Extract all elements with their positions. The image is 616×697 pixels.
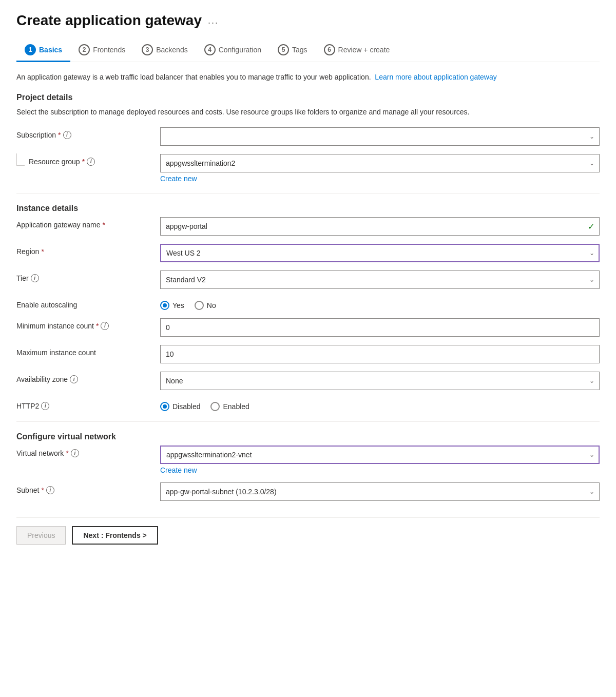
next-button[interactable]: Next : Frontends > — [72, 526, 158, 545]
region-label-col: Region * — [16, 244, 160, 256]
autoscaling-no-radio[interactable] — [195, 301, 204, 310]
availability-zone-select[interactable]: None — [160, 372, 600, 390]
subnet-info-icon[interactable]: i — [46, 486, 54, 494]
resource-group-info-icon[interactable]: i — [87, 158, 95, 166]
tab-basics[interactable]: 1 Basics — [16, 39, 70, 62]
region-label: Region — [16, 247, 39, 256]
http2-disabled-label: Disabled — [172, 402, 200, 411]
tab-number-5: 5 — [278, 44, 289, 55]
tab-label-tags: Tags — [292, 46, 307, 54]
virtual-network-row: Virtual network * i appgwssltermination2… — [16, 446, 600, 474]
tab-label-backends: Backends — [156, 46, 187, 54]
resource-group-row: Resource group * i appgwssltermination2 … — [16, 154, 600, 183]
gateway-name-input[interactable] — [160, 217, 600, 236]
min-instance-control — [160, 318, 600, 337]
tab-number-1: 1 — [25, 44, 36, 55]
tab-label-configuration: Configuration — [219, 46, 261, 54]
tab-configuration[interactable]: 4 Configuration — [196, 39, 270, 62]
tab-frontends[interactable]: 2 Frontends — [70, 39, 133, 62]
ellipsis-menu-button[interactable]: ... — [208, 15, 219, 26]
autoscaling-yes-option[interactable]: Yes — [160, 301, 184, 310]
instance-details-header: Instance details — [16, 204, 600, 213]
tab-backends[interactable]: 3 Backends — [133, 39, 196, 62]
gateway-name-label: Application gateway name — [16, 221, 100, 229]
page-title: Create application gateway — [16, 12, 202, 29]
tab-number-3: 3 — [142, 44, 153, 55]
tier-label-col: Tier i — [16, 270, 160, 282]
subscription-label: Subscription — [16, 131, 56, 139]
region-select[interactable]: West US 2 — [160, 244, 600, 262]
http2-enabled-label: Enabled — [223, 402, 249, 411]
tier-row: Tier i Standard V2 ⌄ — [16, 270, 600, 289]
resource-group-select[interactable]: appgwssltermination2 — [160, 154, 600, 172]
gateway-name-input-wrapper: ✓ — [160, 217, 600, 236]
region-control: West US 2 ⌄ — [160, 244, 600, 262]
availability-zone-label-col: Availability zone i — [16, 372, 160, 383]
virtual-network-info-icon[interactable]: i — [71, 449, 79, 457]
tab-review-create[interactable]: 6 Review + create — [316, 39, 398, 62]
resource-group-select-wrapper: appgwssltermination2 ⌄ — [160, 154, 600, 172]
max-instance-label-col: Maximum instance count — [16, 345, 160, 357]
subscription-control: ⌄ — [160, 127, 600, 146]
tier-control: Standard V2 ⌄ — [160, 270, 600, 289]
virtual-network-control: appgwssltermination2-vnet ⌄ Create new — [160, 446, 600, 474]
max-instance-input[interactable] — [160, 345, 600, 363]
min-instance-input[interactable] — [160, 318, 600, 337]
subnet-row: Subnet * i app-gw-portal-subnet (10.2.3.… — [16, 482, 600, 501]
min-instance-info-icon[interactable]: i — [101, 322, 109, 330]
http2-enabled-radio[interactable] — [210, 402, 220, 411]
min-instance-label-col: Minimum instance count * i — [16, 318, 160, 330]
virtual-network-header: Configure virtual network — [16, 432, 600, 441]
region-required: * — [41, 247, 44, 256]
subscription-select[interactable] — [160, 127, 600, 146]
autoscaling-yes-radio[interactable] — [160, 301, 169, 310]
bottom-bar: Previous Next : Frontends > — [16, 517, 600, 545]
subscription-label-col: Subscription * i — [16, 127, 160, 139]
tier-info-icon[interactable]: i — [31, 274, 39, 282]
virtual-network-select[interactable]: appgwssltermination2-vnet — [160, 446, 600, 464]
learn-more-link[interactable]: Learn more — [375, 73, 412, 81]
region-select-wrapper: West US 2 ⌄ — [160, 244, 600, 262]
http2-radio-group: Disabled Enabled — [160, 398, 600, 411]
autoscaling-label-col: Enable autoscaling — [16, 297, 160, 309]
project-details-desc: Select the subscription to manage deploy… — [16, 106, 600, 118]
region-row: Region * West US 2 ⌄ — [16, 244, 600, 262]
learn-more-suffix[interactable]: about application gateway — [412, 73, 497, 81]
http2-enabled-option[interactable]: Enabled — [210, 402, 249, 411]
tab-tags[interactable]: 5 Tags — [270, 39, 316, 62]
availability-zone-info-icon[interactable]: i — [70, 375, 78, 383]
gateway-name-check-icon: ✓ — [588, 221, 594, 231]
tab-number-6: 6 — [324, 44, 335, 55]
previous-button[interactable]: Previous — [16, 526, 66, 545]
max-instance-label: Maximum instance count — [16, 348, 96, 357]
gateway-name-row: Application gateway name * ✓ — [16, 217, 600, 236]
subnet-select[interactable]: app-gw-portal-subnet (10.2.3.0/28) — [160, 482, 600, 501]
http2-disabled-radio[interactable] — [160, 402, 169, 411]
min-instance-required: * — [96, 322, 99, 330]
gateway-name-required: * — [102, 221, 105, 229]
min-instance-row: Minimum instance count * i — [16, 318, 600, 337]
page-description: An application gateway is a web traffic … — [16, 71, 600, 83]
http2-disabled-option[interactable]: Disabled — [160, 402, 200, 411]
autoscaling-no-option[interactable]: No — [195, 301, 216, 310]
section-divider-2 — [16, 421, 600, 422]
tier-select-wrapper: Standard V2 ⌄ — [160, 270, 600, 289]
tier-select[interactable]: Standard V2 — [160, 270, 600, 289]
tab-number-2: 2 — [79, 44, 90, 55]
subnet-required: * — [41, 486, 44, 494]
resource-group-create-new-link[interactable]: Create new — [160, 175, 600, 183]
http2-row: HTTP2 i Disabled Enabled — [16, 398, 600, 411]
wizard-tabs: 1 Basics 2 Frontends 3 Backends 4 Config… — [16, 39, 600, 62]
gateway-name-label-col: Application gateway name * — [16, 217, 160, 229]
virtual-network-create-new-link[interactable]: Create new — [160, 466, 600, 474]
subscription-info-icon[interactable]: i — [63, 131, 71, 139]
autoscaling-no-label: No — [207, 301, 216, 309]
tab-label-basics: Basics — [39, 46, 62, 54]
max-instance-control — [160, 345, 600, 363]
http2-label: HTTP2 — [16, 402, 39, 410]
gateway-name-control: ✓ — [160, 217, 600, 236]
http2-control: Disabled Enabled — [160, 398, 600, 411]
virtual-network-select-wrapper: appgwssltermination2-vnet ⌄ — [160, 446, 600, 464]
subscription-select-wrapper: ⌄ — [160, 127, 600, 146]
http2-info-icon[interactable]: i — [41, 402, 49, 410]
